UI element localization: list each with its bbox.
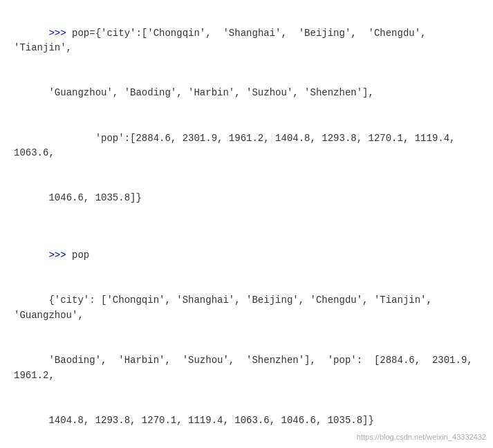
line-2-prompt: >>> pop xyxy=(14,234,479,279)
block-1: >>> pop={'city':['Chongqin', 'Shanghai',… xyxy=(14,11,479,221)
block-2: >>> pop {'city': ['Chongqin', 'Shanghai'… xyxy=(14,234,479,444)
terminal-window: >>> pop={'city':['Chongqin', 'Shanghai',… xyxy=(14,11,479,448)
code-2-cmd: pop xyxy=(72,250,89,261)
line-2-1: {'city': ['Chongqin', 'Shanghai', 'Beiji… xyxy=(14,279,479,339)
line-1-1: >>> pop={'city':['Chongqin', 'Shanghai',… xyxy=(14,11,479,71)
line-1-2: 'Guangzhou', 'Baoding', 'Harbin', 'Suzho… xyxy=(14,71,479,116)
line-2-2: 'Baoding', 'Harbin', 'Suzhou', 'Shenzhen… xyxy=(14,338,479,398)
watermark: https://blog.csdn.net/weixin_43332432 xyxy=(357,433,486,441)
prompt-1: >>> xyxy=(48,28,72,39)
line-1-3: 'pop':[2884.6, 2301.9, 1961.2, 1404.8, 1… xyxy=(14,116,479,176)
prompt-2: >>> xyxy=(48,250,72,261)
line-1-4: 1046.6, 1035.8]} xyxy=(14,176,479,221)
code-1-1: pop={'city':['Chongqin', 'Shanghai', 'Be… xyxy=(14,28,438,54)
